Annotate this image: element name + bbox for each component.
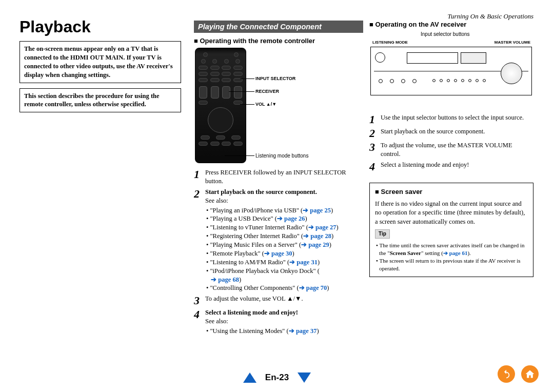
page-nav: En-23 <box>0 373 554 383</box>
back-button[interactable] <box>498 365 515 383</box>
page-number: En-23 <box>265 373 289 382</box>
page-title: Playback <box>19 17 91 36</box>
link-page-29[interactable]: page 29 <box>301 241 329 248</box>
r-step-4: 4Select a listening mode and enjoy! <box>369 161 533 172</box>
link-page-68[interactable]: page 68 <box>211 276 239 283</box>
screensaver-heading: Screen saver <box>375 187 528 197</box>
step-1: 1 Press RECEIVER followed by an INPUT SE… <box>194 168 363 186</box>
link-page-26[interactable]: page 26 <box>277 215 305 222</box>
receiver-diagram: Input selector buttons LISTENING MODE MA… <box>369 31 533 108</box>
label-listening-mode: LISTENING MODE <box>372 40 408 45</box>
screensaver-body: If there is no video signal on the curre… <box>375 200 528 227</box>
note-box-remote: This section describes the procedure for… <box>19 88 181 113</box>
r-step-1: 1Use the input selector buttons to selec… <box>369 113 533 125</box>
step-4: 4 Select a listening mode and enjoy! See… <box>194 308 363 336</box>
screensaver-box: Screen saver If there is no video signal… <box>369 183 533 277</box>
tip-bullet-1: The time until the screen saver activate… <box>375 242 528 257</box>
callout-listening-mode: Listening mode buttons <box>255 153 308 159</box>
link-page-31[interactable]: page 31 <box>289 259 318 266</box>
r-step-3: 3To adjust the volume, use the MASTER VO… <box>369 141 533 159</box>
step-2: 2 Start playback on the source component… <box>194 188 363 293</box>
callout-vol: VOL ▲/▼ <box>255 102 276 107</box>
callout-input-selector: INPUT SELECTOR <box>255 76 295 81</box>
link-page-27[interactable]: page 27 <box>308 224 337 231</box>
link-page-37[interactable]: page 37 <box>289 327 317 335</box>
subheading-remote: Operating with the remote controller <box>194 37 363 45</box>
home-icon <box>525 369 535 379</box>
link-page-70[interactable]: page 70 <box>299 284 327 291</box>
home-button[interactable] <box>521 365 539 383</box>
subheading-receiver: Operating on the AV receiver <box>369 21 533 28</box>
link-page-61[interactable]: page 61 <box>443 250 468 256</box>
link-page-30[interactable]: page 30 <box>264 250 292 257</box>
remote-image <box>195 48 246 163</box>
link-page-25[interactable]: page 25 <box>303 207 331 214</box>
label-input-selector-buttons: Input selector buttons <box>421 31 470 37</box>
step-3: 3 To adjust the volume, use VOL ▲/▼. <box>194 295 363 306</box>
link-page-28[interactable]: page 28 <box>303 232 331 240</box>
breadcrumb: Turning On & Basic Operations <box>447 12 533 21</box>
label-master-volume: MASTER VOLUME <box>494 40 530 45</box>
section-header-playing: Playing the Connected Component <box>194 21 363 33</box>
next-page-button[interactable] <box>298 373 311 383</box>
remote-diagram: INPUT SELECTOR RECEIVER VOL ▲/▼ Listenin… <box>194 48 363 163</box>
prev-page-button[interactable] <box>243 373 256 383</box>
column-left: The on-screen menus appear only on a TV … <box>19 41 181 117</box>
tip-bullet-2: The screen will return to its previous s… <box>375 257 528 272</box>
column-middle: Playing the Connected Component Operatin… <box>194 21 363 338</box>
tip-label: Tip <box>375 229 390 239</box>
note-box-hdmi: The on-screen menus appear only on a TV … <box>19 41 181 83</box>
receiver-steps: 1Use the input selector buttons to selec… <box>369 113 533 172</box>
undo-icon <box>501 369 511 379</box>
remote-steps: 1 Press RECEIVER followed by an INPUT SE… <box>194 168 363 336</box>
column-right: Operating on the AV receiver Input selec… <box>369 21 533 277</box>
callout-receiver: RECEIVER <box>255 89 279 94</box>
receiver-image <box>370 47 532 95</box>
r-step-2: 2Start playback on the source component. <box>369 127 533 139</box>
